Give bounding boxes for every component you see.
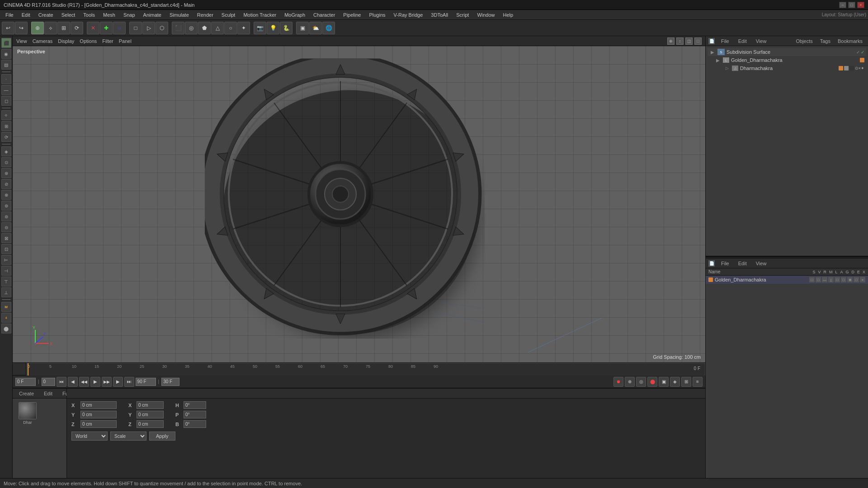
- scale-tool-button[interactable]: ⊞: [57, 22, 70, 34]
- menu-file[interactable]: File: [2, 11, 17, 19]
- play-btn[interactable]: ▶: [90, 377, 100, 387]
- vp-menu-display[interactable]: Display: [58, 38, 74, 44]
- lt-t6[interactable]: ⊚: [1, 201, 11, 211]
- lt-poly[interactable]: ◻: [1, 96, 11, 106]
- lt-scale[interactable]: ⊞: [1, 121, 11, 131]
- sphere-btn[interactable]: ◎: [185, 22, 198, 34]
- env-btn[interactable]: 🌐: [322, 22, 335, 34]
- lt-t1[interactable]: ◈: [1, 146, 11, 156]
- move-tool-button[interactable]: ⟡: [44, 22, 57, 34]
- cube-btn[interactable]: ⬛: [172, 22, 184, 34]
- lt-maxon2[interactable]: 4: [1, 313, 11, 323]
- close-button[interactable]: ×: [857, 2, 864, 8]
- z-btn[interactable]: ○: [113, 22, 126, 34]
- pb-btn5[interactable]: ◈: [670, 377, 680, 387]
- menu-create[interactable]: Create: [35, 11, 57, 19]
- menu-mesh[interactable]: Mesh: [99, 11, 119, 19]
- lt-model[interactable]: ⬛: [1, 38, 11, 48]
- x-btn[interactable]: ✕: [87, 22, 99, 34]
- lt-rotate[interactable]: ⟳: [1, 132, 11, 142]
- fps-input[interactable]: [161, 378, 179, 386]
- apply-button[interactable]: Apply: [149, 432, 175, 441]
- render2-btn[interactable]: ⬡: [156, 22, 168, 34]
- cylinder-btn[interactable]: ⬟: [198, 22, 211, 34]
- lt-t8[interactable]: ⊝: [1, 222, 11, 232]
- menu-tools[interactable]: Tools: [80, 11, 99, 19]
- lt-move[interactable]: ⟡: [1, 110, 11, 120]
- panel-tab-view[interactable]: View: [753, 38, 769, 45]
- menu-vray[interactable]: V-Ray Bridge: [390, 11, 427, 19]
- record-btn[interactable]: ⏺: [613, 377, 623, 387]
- list-tab-edit[interactable]: Edit: [736, 260, 750, 267]
- tab-edit[interactable]: Edit: [40, 390, 56, 397]
- y-pos-input[interactable]: [80, 411, 117, 418]
- lt-t9[interactable]: ⊠: [1, 233, 11, 243]
- menu-simulate[interactable]: Simulate: [166, 11, 193, 19]
- panel-tab-edit[interactable]: Edit: [736, 38, 750, 45]
- x-size-input[interactable]: [137, 401, 164, 409]
- vp-ctrl-up[interactable]: ↕: [676, 38, 684, 45]
- lt-t4[interactable]: ⊘: [1, 179, 11, 189]
- list-tab-file[interactable]: File: [718, 260, 732, 267]
- lt-script[interactable]: ⬤: [1, 324, 11, 333]
- next-play-btn[interactable]: ▶▶: [102, 377, 112, 387]
- redo-button[interactable]: ↪: [15, 22, 28, 34]
- pb-btn4[interactable]: ▣: [659, 377, 669, 387]
- dharmachakra-row[interactable]: ▷ △ Dharmachakra ⊙×✦: [722, 64, 866, 72]
- minimize-button[interactable]: −: [839, 2, 846, 8]
- vp-menu-view[interactable]: View: [16, 38, 27, 44]
- subdivision-surface-row[interactable]: ▶ S Subdivision Surface ✓ ✓: [708, 48, 866, 56]
- vp-menu-cameras[interactable]: Cameras: [33, 38, 53, 44]
- panel-tab-bookmarks[interactable]: Bookmarks: [835, 38, 865, 45]
- cam-btn[interactable]: 📷: [254, 22, 266, 34]
- list-tab-view[interactable]: View: [753, 260, 769, 267]
- next-frame-btn[interactable]: ▶: [113, 377, 123, 387]
- timeline-ruler[interactable]: 0 5 10 15 20 25 30 35 40 45 50 55 60 65: [26, 363, 705, 375]
- object-mode-btn[interactable]: □: [129, 22, 142, 34]
- h-input[interactable]: [184, 401, 206, 409]
- menu-help[interactable]: Help: [500, 11, 517, 19]
- lt-tex[interactable]: ◉: [1, 49, 11, 59]
- maximize-button[interactable]: □: [848, 2, 855, 8]
- pb-btn7[interactable]: ≡: [693, 377, 703, 387]
- vp-menu-filter[interactable]: Filter: [102, 38, 113, 44]
- prev-frame-btn[interactable]: ◀: [68, 377, 78, 387]
- z-size-input[interactable]: [137, 420, 164, 428]
- menu-script[interactable]: Script: [453, 11, 472, 19]
- skip-start-btn[interactable]: ⏮: [57, 377, 66, 387]
- cone-btn[interactable]: △: [211, 22, 224, 34]
- menu-plugins[interactable]: Plugins: [365, 11, 389, 19]
- lt-t10[interactable]: ⊡: [1, 244, 11, 254]
- menu-motion-tracker[interactable]: Motion Tracker: [240, 11, 280, 19]
- menu-edit[interactable]: Edit: [18, 11, 34, 19]
- z-pos-input[interactable]: [80, 420, 117, 428]
- lt-t2[interactable]: ⊙: [1, 157, 11, 167]
- pb-btn3[interactable]: ⬤: [647, 377, 657, 387]
- light-btn[interactable]: 💡: [267, 22, 279, 34]
- menu-pipeline[interactable]: Pipeline: [340, 11, 364, 19]
- menu-render[interactable]: Render: [193, 11, 217, 19]
- menu-select[interactable]: Select: [58, 11, 79, 19]
- vp-menu-panel[interactable]: Panel: [119, 38, 132, 44]
- pb-btn6[interactable]: ⊞: [681, 377, 691, 387]
- vp-ctrl-cross[interactable]: ⊕: [667, 38, 675, 45]
- tab-create[interactable]: Create: [15, 390, 38, 397]
- panel-tab-objects[interactable]: Objects: [793, 38, 815, 45]
- apply-mode-select[interactable]: Scale Move Rotate: [110, 432, 146, 441]
- obj-list-row-golden[interactable]: Golden_Dharmachakra □ □ — | □ □ ⊕ □ ×: [706, 276, 868, 284]
- coord-system-select[interactable]: World Object Local: [71, 432, 108, 441]
- sky-btn[interactable]: ⛅: [309, 22, 322, 34]
- viewport[interactable]: Perspective: [13, 46, 705, 362]
- menu-character[interactable]: Character: [310, 11, 339, 19]
- menu-3dtoall[interactable]: 3DToAll: [427, 11, 452, 19]
- panel-tab-file[interactable]: File: [718, 38, 732, 45]
- lt-t7[interactable]: ⊜: [1, 211, 11, 221]
- panel-tab-tags[interactable]: Tags: [817, 38, 833, 45]
- lt-edge[interactable]: —: [1, 85, 11, 95]
- lt-t14[interactable]: ⊥: [1, 287, 11, 297]
- lt-bp[interactable]: ▤: [1, 60, 11, 70]
- floor-btn[interactable]: ▣: [296, 22, 309, 34]
- lt-point[interactable]: ·: [1, 74, 11, 84]
- vp-ctrl-win[interactable]: ◫: [685, 38, 693, 45]
- x-pos-input[interactable]: [80, 401, 117, 409]
